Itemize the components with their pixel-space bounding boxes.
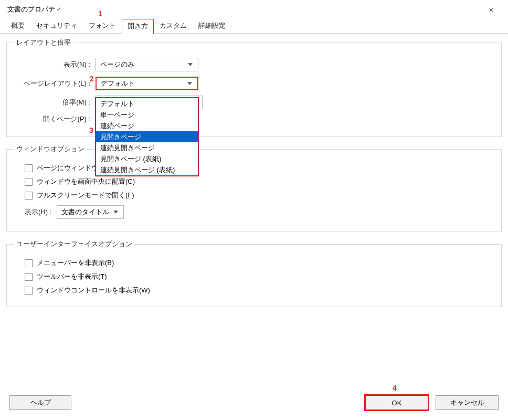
label-page-layout: ページレイアウト(L) : xyxy=(14,79,96,88)
select-page-layout-value: デフォルト xyxy=(101,79,135,88)
checkbox-center[interactable] xyxy=(25,178,33,186)
close-icon: × xyxy=(489,5,494,14)
label-chk-center: ウィンドウを画面中央に配置(C) xyxy=(37,177,135,186)
row-open-page: 開くページ(P) : xyxy=(14,114,494,124)
close-button[interactable]: × xyxy=(481,2,502,17)
label-chk-menubar: メニューバーを非表示(B) xyxy=(37,258,114,268)
row-chk-window-controls: ウィンドウコントロールを非表示(W) xyxy=(25,286,494,295)
group-ui-legend: ユーザーインターフェイスオプション xyxy=(14,239,134,249)
label-open-page: 開くページ(P) : xyxy=(14,114,96,124)
tab-content: レイアウトと倍率 表示(N) : ページのみ 2 ページレイアウト(L) : デ… xyxy=(0,34,508,319)
window-title: 文書のプロパティ xyxy=(7,5,62,14)
title-bar: 文書のプロパティ × xyxy=(0,0,508,19)
dialog-footer: ヘルプ 4 OK キャンセル xyxy=(0,392,508,420)
dropdown-option[interactable]: 連続見開きページ xyxy=(96,142,198,153)
tab-fonts[interactable]: フォント xyxy=(83,18,122,33)
label-display: 表示(N) : xyxy=(14,60,96,69)
dropdown-page-layout[interactable]: デフォルト 単一ページ 連続ページ 見開きページ 連続見開きページ 見開きページ… xyxy=(96,98,198,176)
dropdown-option[interactable]: 連続ページ xyxy=(96,120,198,131)
label-show: 表示(H) : xyxy=(25,207,51,217)
group-ui: ユーザーインターフェイスオプション メニューバーを非表示(B) ツールバーを非表… xyxy=(6,239,502,307)
annotation-3: 3 xyxy=(89,126,93,134)
tab-bar: 概要 セキュリティ フォント 開き方 カスタム 詳細設定 1 xyxy=(0,19,508,34)
group-window-legend: ウィンドウオプション xyxy=(14,144,87,154)
label-chk-fullscreen: フルスクリーンモードで開く(F) xyxy=(37,191,134,200)
checkbox-menubar[interactable] xyxy=(25,259,33,267)
label-zoom: 倍率(M) : xyxy=(14,98,96,107)
select-show-value: 文書のタイトル xyxy=(61,207,109,217)
label-chk-toolbar: ツールバーを非表示(T) xyxy=(37,272,107,281)
row-display: 表示(N) : ページのみ xyxy=(14,58,494,71)
tab-advanced[interactable]: 詳細設定 xyxy=(193,18,231,33)
ok-button[interactable]: OK xyxy=(365,395,428,410)
row-show: 表示(H) : 文書のタイトル xyxy=(25,205,494,219)
select-display-value: ページのみ xyxy=(100,60,134,69)
row-chk-center: ウィンドウを画面中央に配置(C) xyxy=(25,177,494,186)
dropdown-option[interactable]: デフォルト xyxy=(96,98,198,109)
group-layout-legend: レイアウトと倍率 xyxy=(14,38,73,47)
row-page-layout: ページレイアウト(L) : デフォルト xyxy=(14,77,494,90)
annotation-4: 4 xyxy=(393,384,397,392)
chevron-down-icon xyxy=(185,78,194,89)
row-chk-fullscreen: フルスクリーンモードで開く(F) xyxy=(25,191,494,200)
tab-custom[interactable]: カスタム xyxy=(154,18,193,33)
row-zoom: 倍率(M) : xyxy=(14,96,494,109)
cancel-button[interactable]: キャンセル xyxy=(436,395,499,410)
chevron-down-icon xyxy=(111,206,120,218)
tab-summary[interactable]: 概要 xyxy=(5,18,30,33)
group-window: ウィンドウオプション ページにウィンドウサイズを合わせる(R) ウィンドウを画面… xyxy=(6,144,502,232)
tab-open[interactable]: 開き方 xyxy=(122,19,154,34)
row-chk-toolbar: ツールバーを非表示(T) xyxy=(25,272,494,281)
label-chk-window-controls: ウィンドウコントロールを非表示(W) xyxy=(37,286,150,295)
group-layout: レイアウトと倍率 表示(N) : ページのみ 2 ページレイアウト(L) : デ… xyxy=(6,38,502,137)
select-display[interactable]: ページのみ xyxy=(96,58,198,71)
checkbox-window-controls[interactable] xyxy=(25,287,33,295)
checkbox-toolbar[interactable] xyxy=(25,273,33,281)
tab-security[interactable]: セキュリティ xyxy=(30,18,83,33)
checkbox-resize[interactable] xyxy=(25,164,33,172)
select-show[interactable]: 文書のタイトル xyxy=(57,205,124,219)
checkbox-fullscreen[interactable] xyxy=(25,192,33,200)
dropdown-option[interactable]: 連続見開きページ (表紙) xyxy=(96,164,198,175)
row-chk-menubar: メニューバーを非表示(B) xyxy=(25,258,494,268)
select-page-layout[interactable]: デフォルト xyxy=(96,77,198,90)
help-button[interactable]: ヘルプ xyxy=(9,395,71,410)
dropdown-option[interactable]: 単一ページ xyxy=(96,109,198,120)
dropdown-option[interactable]: 見開きページ (表紙) xyxy=(96,153,198,164)
chevron-down-icon xyxy=(185,58,195,71)
dropdown-option-selected[interactable]: 見開きページ xyxy=(96,131,198,142)
